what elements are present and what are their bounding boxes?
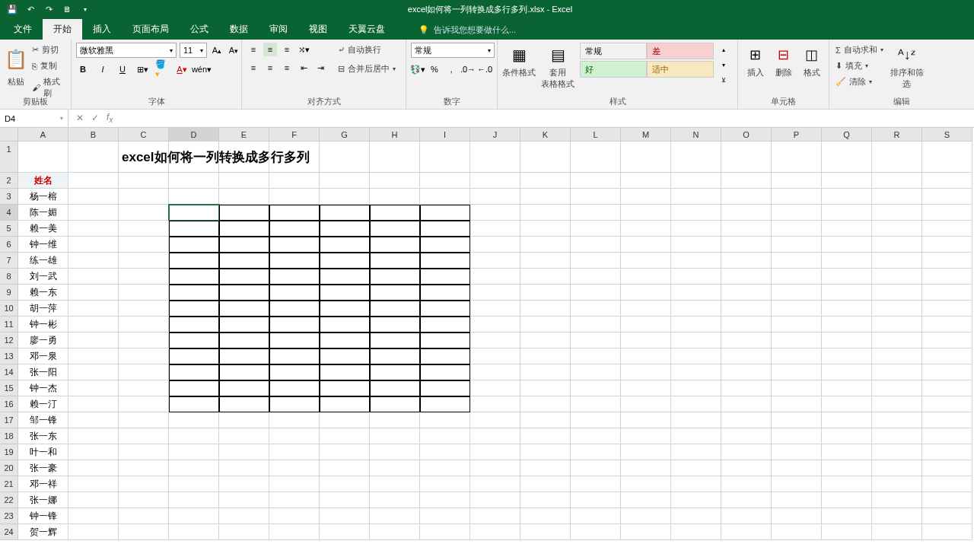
cell-S21[interactable] <box>922 476 972 492</box>
cell-S5[interactable] <box>922 221 972 237</box>
cell-M13[interactable] <box>621 348 671 364</box>
cell-J1[interactable] <box>470 142 520 173</box>
cell-Q20[interactable] <box>822 460 872 476</box>
cell-R19[interactable] <box>872 444 922 460</box>
cell-P23[interactable] <box>772 508 822 524</box>
fx-icon[interactable]: fx <box>107 112 113 124</box>
cell-P15[interactable] <box>772 380 822 396</box>
sort-filter-button[interactable]: ᴬ↓ᶻ 排序和筛选 <box>888 43 926 90</box>
grow-font-icon[interactable]: A▴ <box>210 43 224 57</box>
cell-F21[interactable] <box>269 476 320 492</box>
insert-cells-button[interactable]: ⊞ 插入 <box>743 43 768 78</box>
cell-P10[interactable] <box>772 301 822 317</box>
cell-H20[interactable] <box>370 460 420 476</box>
cell-M14[interactable] <box>621 364 671 380</box>
tab-view[interactable]: 视图 <box>298 19 338 40</box>
fill-button[interactable]: ⬇填充▾ <box>834 59 885 73</box>
cell-L22[interactable] <box>571 492 621 508</box>
format-cells-button[interactable]: ◫ 格式 <box>799 43 824 78</box>
cell-C4[interactable] <box>119 205 169 221</box>
row-header-22[interactable]: 22 <box>0 492 18 508</box>
cell-G15[interactable] <box>320 380 370 396</box>
cell-M22[interactable] <box>621 492 671 508</box>
cell-R15[interactable] <box>872 380 922 396</box>
cell-L6[interactable] <box>571 237 621 253</box>
spreadsheet-grid[interactable]: ABCDEFGHIJKLMNOPQRS 12345678910111213141… <box>0 128 974 560</box>
cell-B12[interactable] <box>68 332 119 348</box>
cell-S3[interactable] <box>922 189 972 205</box>
col-header-C[interactable]: C <box>119 128 169 142</box>
cell-I7[interactable] <box>420 253 470 269</box>
cell-J2[interactable] <box>470 173 520 189</box>
cell-O3[interactable] <box>721 189 772 205</box>
style-bad[interactable]: 差 <box>647 43 714 59</box>
delete-cells-button[interactable]: ⊟ 删除 <box>771 43 796 78</box>
cell-J10[interactable] <box>470 301 520 317</box>
row-header-14[interactable]: 14 <box>0 364 18 380</box>
cell-A15[interactable]: 钟一杰 <box>18 380 68 396</box>
cell-Q12[interactable] <box>822 332 872 348</box>
row-header-16[interactable]: 16 <box>0 396 18 412</box>
cell-A11[interactable]: 钟一彬 <box>18 317 68 332</box>
cell-O22[interactable] <box>721 492 772 508</box>
cell-R1[interactable] <box>872 142 922 173</box>
cell-N16[interactable] <box>671 396 721 412</box>
cell-E8[interactable] <box>219 269 269 285</box>
cell-G19[interactable] <box>320 444 370 460</box>
cell-B16[interactable] <box>68 396 119 412</box>
cell-A21[interactable]: 邓一祥 <box>18 476 68 492</box>
cell-S8[interactable] <box>922 269 972 285</box>
cell-I9[interactable] <box>420 285 470 301</box>
cell-J18[interactable] <box>470 428 520 444</box>
cell-K16[interactable] <box>520 396 571 412</box>
cell-H5[interactable] <box>370 221 420 237</box>
cell-C15[interactable] <box>119 380 169 396</box>
cell-K7[interactable] <box>520 253 571 269</box>
cell-O5[interactable] <box>721 221 772 237</box>
cell-A7[interactable]: 练一雄 <box>18 253 68 269</box>
cell-M15[interactable] <box>621 380 671 396</box>
cell-R3[interactable] <box>872 189 922 205</box>
cell-O4[interactable] <box>721 205 772 221</box>
cell-O2[interactable] <box>721 173 772 189</box>
cell-N14[interactable] <box>671 364 721 380</box>
cell-P22[interactable] <box>772 492 822 508</box>
cell-S6[interactable] <box>922 237 972 253</box>
cell-C17[interactable] <box>119 412 169 428</box>
cell-C24[interactable] <box>119 524 169 540</box>
cell-O16[interactable] <box>721 396 772 412</box>
cell-R24[interactable] <box>872 524 922 540</box>
align-bottom-icon[interactable]: ≡ <box>280 43 294 56</box>
cell-H4[interactable] <box>370 205 420 221</box>
tab-data[interactable]: 数据 <box>219 19 259 40</box>
cell-Q21[interactable] <box>822 476 872 492</box>
cell-S4[interactable] <box>922 205 972 221</box>
cell-D7[interactable] <box>169 253 219 269</box>
cell-E2[interactable] <box>219 173 269 189</box>
cell-K2[interactable] <box>520 173 571 189</box>
cell-B11[interactable] <box>68 317 119 332</box>
cell-E14[interactable] <box>219 364 269 380</box>
cell-B20[interactable] <box>68 460 119 476</box>
cell-F1[interactable] <box>269 142 320 173</box>
cell-F6[interactable] <box>269 237 320 253</box>
cell-C5[interactable] <box>119 221 169 237</box>
tell-me-search[interactable]: 💡 告诉我您想要做什么... <box>411 21 524 40</box>
cell-P11[interactable] <box>772 317 822 332</box>
cell-G20[interactable] <box>320 460 370 476</box>
cell-J4[interactable] <box>470 205 520 221</box>
cell-A5[interactable]: 赖一美 <box>18 221 68 237</box>
orientation-icon[interactable]: ⤭▾ <box>297 43 310 56</box>
cell-S17[interactable] <box>922 412 972 428</box>
cell-N7[interactable] <box>671 253 721 269</box>
cell-F22[interactable] <box>269 492 320 508</box>
cell-B4[interactable] <box>68 205 119 221</box>
col-header-N[interactable]: N <box>671 128 721 142</box>
cell-O1[interactable] <box>721 142 772 173</box>
clear-button[interactable]: 🧹清除▾ <box>834 75 885 89</box>
cell-I16[interactable] <box>420 396 470 412</box>
cell-E16[interactable] <box>219 396 269 412</box>
cell-F11[interactable] <box>269 317 320 332</box>
cell-O18[interactable] <box>721 428 772 444</box>
cell-S20[interactable] <box>922 460 972 476</box>
